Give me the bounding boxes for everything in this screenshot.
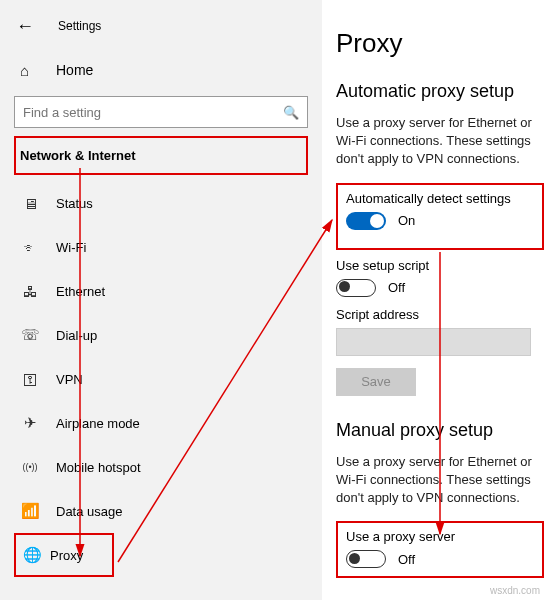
use-proxy-state: Off [398, 552, 415, 567]
sidebar-item-airplane[interactable]: ✈ Airplane mode [0, 401, 322, 445]
use-proxy-label: Use a proxy server [346, 529, 534, 544]
search-box[interactable]: 🔍 [14, 96, 308, 128]
settings-sidebar: ← Settings ⌂ Home 🔍 Network & Internet 🖥… [0, 0, 322, 600]
page-title: Proxy [336, 28, 546, 59]
sidebar-item-dialup[interactable]: ☏ Dial-up [0, 313, 322, 357]
script-address-label: Script address [336, 307, 546, 322]
vpn-icon: ⚿ [20, 371, 40, 388]
back-arrow-icon[interactable]: ← [16, 16, 34, 37]
search-input[interactable] [23, 105, 283, 120]
auto-proxy-heading: Automatic proxy setup [336, 81, 546, 102]
sidebar-item-proxy[interactable]: 🌐 Proxy [14, 533, 114, 577]
airplane-icon: ✈ [20, 414, 40, 432]
sidebar-item-label: Airplane mode [56, 416, 140, 431]
sidebar-item-label: Dial-up [56, 328, 97, 343]
manual-proxy-heading: Manual proxy setup [336, 420, 546, 441]
sidebar-item-label: Ethernet [56, 284, 105, 299]
status-icon: 🖥 [20, 195, 40, 212]
sidebar-item-label: VPN [56, 372, 83, 387]
home-label: Home [56, 62, 93, 78]
script-address-input[interactable] [336, 328, 531, 356]
data-usage-icon: 📶 [20, 502, 40, 520]
sidebar-item-label: Data usage [56, 504, 123, 519]
manual-proxy-description: Use a proxy server for Ethernet or Wi-Fi… [336, 453, 546, 508]
sidebar-item-status[interactable]: 🖥 Status [0, 181, 322, 225]
ethernet-icon: 🖧 [20, 283, 40, 300]
dialup-icon: ☏ [20, 326, 40, 344]
sidebar-item-label: Wi-Fi [56, 240, 86, 255]
sidebar-item-home[interactable]: ⌂ Home [0, 50, 322, 90]
sidebar-item-label: Proxy [50, 548, 83, 563]
sidebar-item-hotspot[interactable]: ((•)) Mobile hotspot [0, 445, 322, 489]
sidebar-item-wifi[interactable]: ᯤ Wi-Fi [0, 225, 322, 269]
use-proxy-block: Use a proxy server Off [336, 521, 544, 578]
search-icon[interactable]: 🔍 [283, 105, 299, 120]
sidebar-item-label: Mobile hotspot [56, 460, 141, 475]
save-button[interactable]: Save [336, 368, 416, 396]
hotspot-icon: ((•)) [20, 462, 40, 472]
sidebar-item-vpn[interactable]: ⚿ VPN [0, 357, 322, 401]
window-title: Settings [58, 19, 101, 33]
home-icon: ⌂ [20, 62, 38, 79]
sidebar-item-label: Status [56, 196, 93, 211]
auto-detect-toggle[interactable] [346, 212, 386, 230]
auto-detect-block: Automatically detect settings On [336, 183, 544, 250]
auto-detect-state: On [398, 213, 415, 228]
setup-script-toggle[interactable] [336, 279, 376, 297]
window-header: ← Settings [0, 8, 322, 44]
watermark: wsxdn.com [490, 585, 540, 596]
setup-script-label: Use setup script [336, 258, 546, 273]
setup-script-state: Off [388, 280, 405, 295]
sidebar-item-ethernet[interactable]: 🖧 Ethernet [0, 269, 322, 313]
auto-detect-label: Automatically detect settings [346, 191, 534, 206]
sidebar-section-network: Network & Internet [14, 136, 308, 175]
sidebar-nav-list: 🖥 Status ᯤ Wi-Fi 🖧 Ethernet ☏ Dial-up ⚿ … [0, 181, 322, 577]
wifi-icon: ᯤ [20, 239, 40, 256]
proxy-icon: 🌐 [22, 546, 42, 564]
settings-content: Proxy Automatic proxy setup Use a proxy … [322, 0, 546, 600]
auto-proxy-description: Use a proxy server for Ethernet or Wi-Fi… [336, 114, 546, 169]
use-proxy-toggle[interactable] [346, 550, 386, 568]
sidebar-item-datausage[interactable]: 📶 Data usage [0, 489, 322, 533]
